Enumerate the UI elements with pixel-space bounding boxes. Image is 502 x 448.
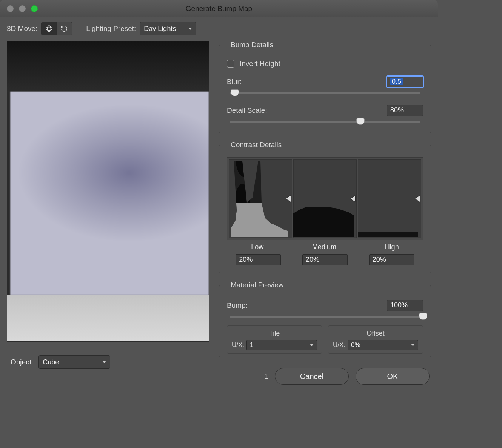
move-mode-group — [41, 22, 72, 35]
bump-label: Bump: — [227, 301, 248, 310]
rotate-button[interactable] — [57, 22, 72, 35]
lighting-preset-value: Day Lights — [144, 25, 176, 33]
tile-ux-value: 1 — [250, 341, 253, 349]
dialog-footer: 1 Cancel OK — [0, 362, 438, 391]
tile-legend: Tile — [232, 330, 317, 338]
contrast-label-low: Low — [251, 243, 263, 251]
contrast-high-input[interactable]: 20% — [369, 254, 414, 265]
invert-height-label: Invert Height — [240, 60, 280, 68]
slider-thumb[interactable] — [231, 89, 239, 96]
offset-ux-value: 0% — [351, 341, 360, 349]
svg-point-1 — [47, 26, 51, 32]
move-label: 3D Move: — [7, 25, 37, 33]
tile-ux-label: U/X: — [232, 341, 244, 349]
detail-scale-input[interactable]: 80% — [387, 105, 423, 116]
offset-ux-label: U/X: — [333, 341, 345, 349]
contrast-handle-high[interactable] — [415, 196, 420, 202]
toolbar-divider — [79, 22, 79, 35]
contrast-handle-low[interactable] — [286, 196, 291, 202]
offset-ux-select[interactable]: 0% — [348, 340, 418, 350]
chevron-down-icon — [411, 344, 415, 346]
bump-details-legend: Bump Details — [228, 41, 276, 49]
contrast-handle-medium[interactable] — [351, 196, 355, 202]
tile-group: Tile U/X: 1 — [227, 325, 322, 354]
contrast-details-legend: Contrast Details — [228, 141, 284, 149]
detail-scale-slider[interactable] — [227, 118, 423, 125]
contrast-medium-input[interactable]: 20% — [302, 254, 348, 265]
blur-input[interactable]: 0.5 — [387, 76, 423, 87]
contrast-zone-high[interactable] — [358, 159, 421, 238]
svg-point-0 — [46, 27, 52, 30]
detail-scale-label: Detail Scale: — [227, 106, 267, 115]
ok-button[interactable]: OK — [356, 368, 430, 385]
invert-height-checkbox[interactable] — [227, 60, 234, 68]
chevron-down-icon — [188, 28, 192, 30]
offset-group: Offset U/X: 0% — [328, 325, 423, 354]
contrast-histogram[interactable] — [227, 157, 423, 240]
titlebar: Generate Bump Map — [0, 0, 438, 17]
bump-input[interactable]: 100% — [387, 300, 423, 311]
blur-label: Blur: — [227, 78, 242, 86]
offset-legend: Offset — [333, 330, 418, 338]
preview-viewport[interactable] — [7, 41, 209, 342]
orbit-button[interactable] — [42, 22, 57, 35]
lighting-preset-select[interactable]: Day Lights — [140, 22, 196, 35]
tile-ux-select[interactable]: 1 — [246, 340, 317, 350]
cancel-button[interactable]: Cancel — [275, 368, 349, 385]
chevron-down-icon — [310, 344, 314, 346]
toolbar: 3D Move: Lighting Preset: Day Lights — [0, 17, 438, 39]
contrast-details-panel: Contrast Details Low Medium High — [219, 141, 431, 273]
lighting-label: Lighting Preset: — [86, 25, 136, 33]
material-preview-legend: Material Preview — [228, 281, 286, 289]
contrast-label-high: High — [385, 243, 399, 251]
blur-slider[interactable] — [227, 90, 423, 97]
slider-thumb[interactable] — [419, 313, 427, 320]
contrast-zone-low[interactable] — [229, 159, 292, 238]
contrast-label-medium: Medium — [312, 243, 336, 251]
slider-thumb[interactable] — [356, 118, 365, 125]
page-indicator: 1 — [264, 373, 268, 380]
contrast-zone-medium[interactable] — [293, 159, 357, 238]
window-title: Generate Bump Map — [0, 5, 438, 13]
bump-slider[interactable] — [227, 313, 423, 320]
material-preview-panel: Material Preview Bump: 100% Tile U/X: 1 — [219, 281, 431, 357]
bump-details-panel: Bump Details Invert Height Blur: 0.5 Det… — [219, 41, 431, 133]
contrast-low-input[interactable]: 20% — [236, 254, 281, 265]
